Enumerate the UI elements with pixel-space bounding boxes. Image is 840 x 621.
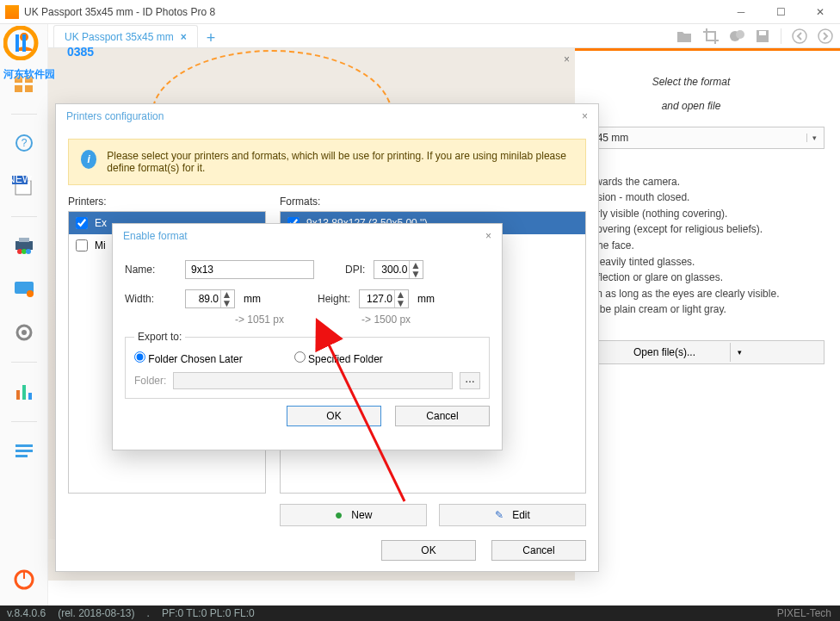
rail-stats-icon[interactable] [10, 378, 38, 406]
height-label: Height: [318, 293, 350, 305]
close-button[interactable]: ✕ [800, 0, 840, 24]
svg-rect-1 [15, 76, 22, 83]
add-tab-button[interactable]: + [198, 29, 225, 47]
dialog-titlebar: Printers configuration × [56, 104, 598, 128]
svg-rect-19 [16, 390, 20, 400]
dpi-label: DPI: [345, 264, 365, 276]
cancel-button[interactable]: Cancel [395, 406, 490, 426]
dpi-spinner[interactable]: ▲▼ [374, 260, 423, 279]
rail-new-icon[interactable]: NEW [10, 173, 38, 201]
dialog-title: Enable format [123, 230, 188, 242]
svg-point-18 [22, 330, 27, 335]
height-px: -> 1500 px [361, 314, 411, 326]
ok-button[interactable]: OK [381, 540, 476, 561]
cancel-button[interactable]: Cancel [491, 540, 586, 561]
svg-rect-11 [19, 238, 29, 242]
width-unit: mm [244, 293, 261, 305]
open-files-label: Open file(s)... [633, 346, 695, 358]
radio-later[interactable]: Folder Chosen Later [134, 351, 243, 365]
svg-text:?: ? [21, 137, 27, 149]
printers-heading: Printers: [68, 196, 266, 208]
svg-rect-21 [28, 393, 32, 400]
svg-point-0 [20, 33, 28, 41]
rail-settings-icon[interactable] [10, 319, 38, 346]
edit-format-button[interactable]: ✎Edit [439, 504, 586, 526]
document-tab[interactable]: UK Passport 35x45 mm × [53, 25, 198, 47]
rail-printer-icon[interactable] [10, 233, 38, 260]
status-bar: v.8.4.0.6 (rel. 2018-08-13) . PF:0 TL:0 … [0, 605, 840, 621]
tool-blob-icon[interactable] [729, 28, 744, 44]
status-brand: PIXEL-Tech [777, 607, 831, 619]
svg-rect-22 [15, 444, 33, 447]
close-icon[interactable]: × [485, 230, 491, 242]
tool-open-icon[interactable] [676, 28, 693, 44]
status-counters: PF:0 TL:0 PL:0 FL:0 [162, 607, 255, 619]
formats-heading: Formats: [280, 196, 586, 208]
info-icon: i [81, 150, 96, 169]
rail-power-icon[interactable] [10, 566, 38, 593]
info-banner: i Please select your printers and format… [68, 139, 586, 185]
svg-point-32 [818, 29, 832, 43]
folder-label: Folder: [134, 375, 166, 387]
dialog-title: Printers configuration [66, 110, 164, 122]
new-format-button[interactable]: ●New [280, 504, 427, 526]
svg-rect-23 [15, 450, 33, 452]
left-rail: ? NEW [0, 24, 48, 605]
height-spinner[interactable]: ▲▼ [359, 289, 409, 308]
name-label: Name: [125, 264, 176, 276]
svg-rect-26 [23, 570, 25, 579]
info-text: Please select your printers and formats,… [107, 150, 573, 174]
nav-next-icon[interactable] [818, 28, 833, 44]
status-release: (rel. 2018-08-13) [58, 607, 134, 619]
plus-icon: ● [335, 507, 343, 523]
top-toolbar [676, 24, 833, 48]
width-spinner[interactable]: ▲▼ [185, 289, 235, 308]
svg-point-31 [793, 29, 806, 43]
svg-rect-3 [15, 85, 22, 92]
chevron-down-icon: ▾ [806, 134, 817, 142]
rail-person-icon[interactable] [10, 28, 38, 55]
printer-checkbox[interactable] [76, 217, 88, 229]
rail-grid-icon[interactable] [10, 71, 38, 98]
width-px: -> 1051 px [235, 314, 284, 326]
ok-button[interactable]: OK [287, 406, 381, 426]
pencil-icon: ✎ [495, 509, 503, 521]
enable-format-dialog: Enable format × Name: DPI: ▲▼ Width: ▲▼ … [112, 223, 503, 450]
export-legend: Export to: [134, 331, 185, 343]
browse-button[interactable]: … [460, 372, 480, 389]
height-unit: mm [417, 293, 435, 305]
document-tabstrip: UK Passport 35x45 mm × + [48, 24, 840, 48]
export-group: Export to: Folder Chosen Later Specified… [125, 331, 490, 399]
svg-rect-4 [25, 85, 33, 92]
document-tab-label: UK Passport 35x45 mm [65, 31, 174, 43]
rail-monitor-icon[interactable] [10, 276, 38, 303]
svg-point-28 [736, 30, 744, 39]
name-input[interactable] [185, 260, 314, 279]
window-title: UK Passport 35x45 mm - ID Photos Pro 8 [24, 6, 215, 18]
status-version: v.8.4.0.6 [7, 607, 46, 619]
svg-rect-2 [25, 76, 33, 83]
radio-specified[interactable]: Specified Folder [294, 351, 383, 365]
minimize-button[interactable]: ─ [721, 0, 761, 24]
nav-prev-icon[interactable] [792, 28, 807, 44]
app-icon [5, 5, 19, 19]
width-label: Width: [125, 293, 176, 305]
rail-chat-icon[interactable]: ? [10, 130, 38, 158]
accent-rule [542, 48, 840, 51]
titlebar: UK Passport 35x45 mm - ID Photos Pro 8 ─… [0, 0, 840, 24]
document-tab-close-icon[interactable]: × [181, 31, 187, 43]
close-icon[interactable]: × [582, 110, 588, 122]
svg-text:NEW: NEW [12, 176, 33, 185]
printer-checkbox[interactable] [76, 239, 88, 252]
rail-list-icon[interactable] [10, 438, 38, 465]
dialog-titlebar: Enable format × [113, 224, 502, 248]
svg-point-16 [27, 290, 34, 297]
tool-crop-icon[interactable] [703, 28, 719, 44]
chevron-down-icon[interactable]: ▾ [730, 343, 749, 362]
maximize-button[interactable]: ☐ [761, 0, 800, 24]
svg-rect-24 [15, 455, 28, 457]
svg-rect-10 [15, 241, 33, 250]
tool-save-icon[interactable] [755, 28, 770, 44]
svg-point-14 [26, 249, 31, 254]
svg-rect-20 [22, 385, 26, 400]
